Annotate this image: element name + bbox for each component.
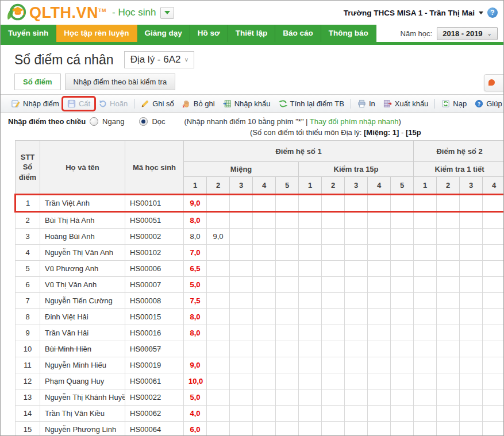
score-cell[interactable] [368, 195, 391, 212]
score-cell[interactable] [207, 309, 230, 325]
score-cell[interactable] [414, 277, 437, 293]
score-cell[interactable] [207, 261, 230, 277]
score-cell[interactable] [345, 389, 368, 406]
score-cell[interactable] [276, 212, 299, 229]
score-cell[interactable] [299, 325, 322, 341]
score-cell[interactable] [391, 195, 414, 212]
score-cell[interactable] [460, 245, 483, 261]
score-cell[interactable] [299, 261, 322, 277]
score-cell[interactable] [414, 293, 437, 309]
toolbar-button[interactable]: Tính lại điểm TB [275, 98, 348, 110]
score-cell[interactable]: 8,0 [184, 229, 207, 245]
score-cell[interactable] [322, 212, 345, 229]
score-cell[interactable] [368, 277, 391, 293]
score-cell[interactable] [253, 325, 276, 341]
nav-tab[interactable]: Hồ sơ [190, 25, 228, 42]
score-cell[interactable] [276, 325, 299, 341]
score-cell[interactable] [253, 277, 276, 293]
score-cell[interactable] [276, 389, 299, 406]
score-cell[interactable] [299, 229, 322, 245]
score-cell[interactable] [322, 229, 345, 245]
score-cell[interactable] [276, 293, 299, 309]
score-cell[interactable] [322, 357, 345, 373]
score-cell[interactable] [460, 277, 483, 293]
score-cell[interactable] [483, 212, 504, 229]
score-cell[interactable] [207, 357, 230, 373]
score-cell[interactable]: 7,0 [184, 245, 207, 261]
score-cell[interactable] [437, 245, 460, 261]
score-cell[interactable] [253, 195, 276, 212]
radio-doc[interactable] [139, 117, 148, 126]
score-cell[interactable] [414, 212, 437, 229]
score-cell[interactable] [230, 245, 253, 261]
score-cell[interactable] [391, 357, 414, 373]
score-cell[interactable] [460, 341, 483, 357]
score-cell[interactable] [207, 195, 230, 212]
score-cell[interactable] [437, 325, 460, 341]
score-cell[interactable] [483, 293, 504, 309]
score-cell[interactable]: 5,0 [184, 389, 207, 406]
score-cell[interactable] [253, 373, 276, 389]
change-hotkey-link[interactable]: Thay đổi phím nhập nhanh [310, 117, 399, 126]
score-cell[interactable] [391, 373, 414, 389]
score-cell[interactable] [345, 406, 368, 422]
score-cell[interactable]: 8,0 [184, 309, 207, 325]
score-cell[interactable] [460, 389, 483, 406]
score-cell[interactable] [391, 245, 414, 261]
score-cell[interactable] [230, 261, 253, 277]
score-cell[interactable] [437, 261, 460, 277]
user-menu[interactable]: Trường THCS MISA 1 - Trần Thị Mai ? [344, 7, 498, 18]
score-cell[interactable] [230, 229, 253, 245]
score-cell[interactable] [460, 422, 483, 436]
score-cell[interactable] [276, 229, 299, 245]
score-cell[interactable] [230, 422, 253, 436]
score-cell[interactable] [230, 277, 253, 293]
score-cell[interactable]: 8,0 [184, 325, 207, 341]
score-cell[interactable] [299, 406, 322, 422]
score-cell[interactable] [437, 357, 460, 373]
score-cell[interactable] [253, 245, 276, 261]
score-cell[interactable] [299, 277, 322, 293]
score-cell[interactable] [391, 325, 414, 341]
score-cell[interactable] [460, 212, 483, 229]
score-cell[interactable] [483, 229, 504, 245]
nav-tab[interactable]: Báo cáo [275, 25, 321, 42]
score-cell[interactable] [368, 357, 391, 373]
subject-class-select[interactable]: Địa lý - 6A2˅ [124, 51, 195, 68]
score-cell[interactable] [322, 341, 345, 357]
toolbar-button[interactable]: Nhập điểm [7, 98, 63, 110]
score-cell[interactable] [483, 309, 504, 325]
score-cell[interactable] [391, 212, 414, 229]
score-cell[interactable] [483, 422, 504, 436]
score-cell[interactable] [391, 389, 414, 406]
score-cell[interactable]: 5,0 [184, 277, 207, 293]
score-cell[interactable] [368, 212, 391, 229]
score-cell[interactable] [460, 293, 483, 309]
score-cell[interactable] [322, 373, 345, 389]
radio-ngang[interactable] [90, 117, 98, 126]
score-cell[interactable] [460, 229, 483, 245]
score-cell[interactable] [207, 212, 230, 229]
score-cell[interactable] [276, 245, 299, 261]
score-cell[interactable] [391, 422, 414, 436]
score-cell[interactable] [368, 389, 391, 406]
score-cell[interactable] [391, 293, 414, 309]
score-cell[interactable] [322, 309, 345, 325]
score-cell[interactable] [483, 389, 504, 406]
score-cell[interactable] [460, 373, 483, 389]
score-cell[interactable] [483, 357, 504, 373]
score-cell[interactable] [207, 277, 230, 293]
score-cell[interactable] [345, 373, 368, 389]
score-cell[interactable] [230, 373, 253, 389]
score-cell[interactable] [345, 309, 368, 325]
score-cell[interactable] [276, 195, 299, 212]
score-cell[interactable] [299, 195, 322, 212]
score-cell[interactable]: 7,5 [184, 293, 207, 309]
score-cell[interactable] [414, 341, 437, 357]
score-cell[interactable] [276, 341, 299, 357]
score-cell[interactable] [414, 389, 437, 406]
score-cell[interactable] [276, 261, 299, 277]
score-cell[interactable] [299, 309, 322, 325]
score-cell[interactable] [391, 261, 414, 277]
score-cell[interactable] [230, 293, 253, 309]
